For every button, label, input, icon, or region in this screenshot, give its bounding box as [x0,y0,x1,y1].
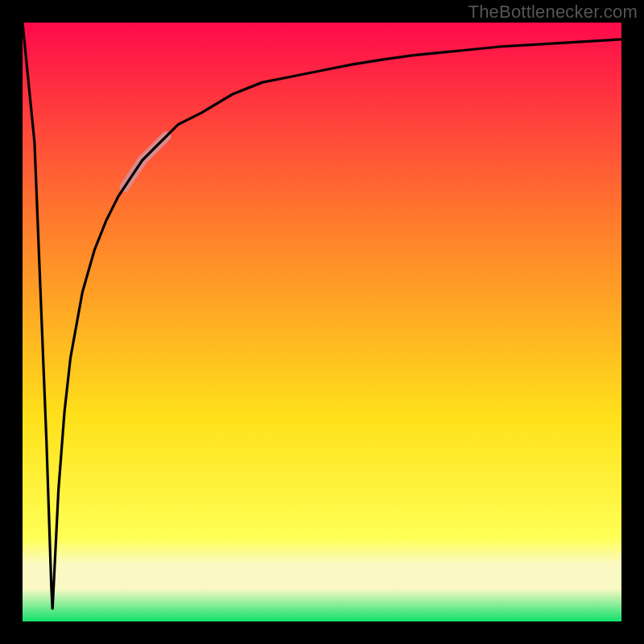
plot-background [23,23,621,621]
chart-canvas: TheBottlenecker.com [0,0,644,644]
attribution-watermark: TheBottlenecker.com [469,2,638,23]
chart-svg [0,0,644,644]
